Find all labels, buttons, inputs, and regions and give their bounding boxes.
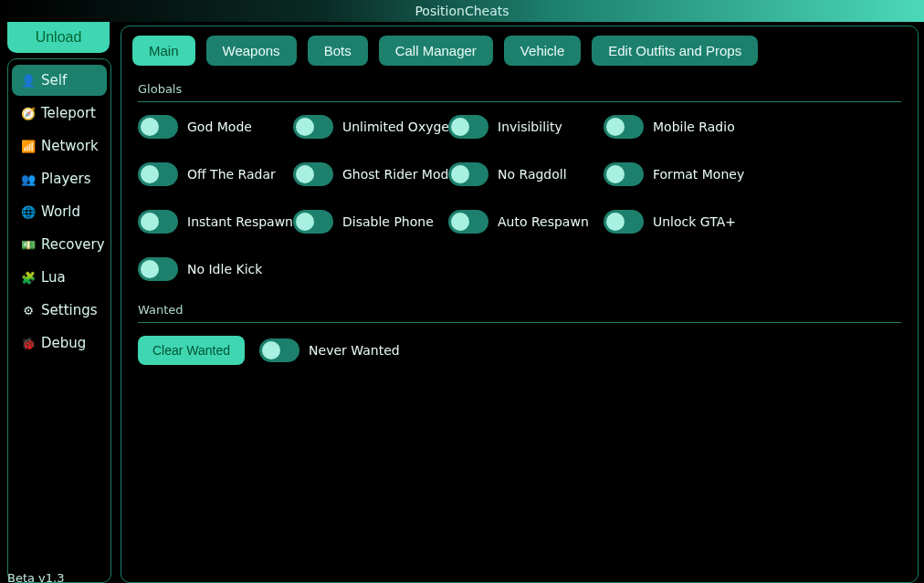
- wifi-icon: 📶: [21, 139, 36, 153]
- toggle-label-no_idle_kick: No Idle Kick: [187, 262, 262, 276]
- sidebar-item-network[interactable]: 📶Network: [12, 130, 107, 161]
- toggle-format_money[interactable]: [604, 162, 644, 186]
- toggle-item-unlock_gta_plus: Unlock GTA+: [604, 210, 759, 234]
- section-label-globals: Globals: [138, 78, 901, 98]
- sidebar-item-settings[interactable]: ⚙Settings: [12, 295, 107, 326]
- never-wanted-toggle-item: Never Wanted: [259, 338, 400, 362]
- toggle-label-unlock_gta_plus: Unlock GTA+: [653, 214, 736, 229]
- toggle-label-god_mode: God Mode: [187, 120, 252, 134]
- bug-icon: 🐞: [21, 336, 36, 350]
- toggle-label-unlimited_oxygen: Unlimited Oxygen: [342, 120, 457, 134]
- unload-button[interactable]: Unload: [7, 22, 110, 53]
- main-panel: MainWeaponsBotsCall ManagerVehicleEdit O…: [121, 26, 919, 583]
- user-icon: 👤: [21, 73, 36, 88]
- toggle-label-mobile_radio: Mobile Radio: [653, 120, 735, 134]
- toggle-item-disable_phone: Disable Phone: [293, 210, 448, 234]
- sidebar-item-recovery[interactable]: 💵Recovery: [12, 229, 107, 260]
- section-rule: [138, 322, 901, 323]
- sidebar-item-players[interactable]: 👥Players: [12, 163, 107, 194]
- globals-toggle-grid: God ModeUnlimited OxygenInvisibilityMobi…: [138, 115, 901, 281]
- toggle-disable_phone[interactable]: [293, 210, 333, 234]
- puzzle-icon: 🧩: [21, 270, 36, 285]
- toggle-label-invisibility: Invisibility: [498, 120, 562, 134]
- toggle-instant_respawn[interactable]: [138, 210, 178, 234]
- toggle-label-auto_respawn: Auto Respawn: [498, 214, 589, 229]
- toggle-item-format_money: Format Money: [604, 162, 759, 186]
- sidebar: 👤Self🧭Teleport📶Network👥Players🌐World💵Rec…: [7, 58, 111, 583]
- toggle-ghost_rider[interactable]: [293, 162, 333, 186]
- toggle-item-auto_respawn: Auto Respawn: [448, 210, 604, 234]
- gear-icon: ⚙: [21, 303, 36, 318]
- tab-bots[interactable]: Bots: [308, 36, 368, 66]
- tab-outfits[interactable]: Edit Outfits and Props: [592, 36, 758, 66]
- section-rule: [138, 101, 901, 102]
- tab-bar: MainWeaponsBotsCall ManagerVehicleEdit O…: [121, 26, 918, 73]
- toggle-off_the_radar[interactable]: [138, 162, 178, 186]
- toggle-label-disable_phone: Disable Phone: [342, 214, 434, 229]
- toggle-no_idle_kick[interactable]: [138, 257, 178, 281]
- sidebar-item-label: Debug: [41, 335, 86, 351]
- toggle-item-unlimited_oxygen: Unlimited Oxygen: [293, 115, 448, 139]
- sidebar-item-lua[interactable]: 🧩Lua: [12, 262, 107, 293]
- sidebar-item-label: Self: [41, 72, 67, 88]
- sidebar-item-self[interactable]: 👤Self: [12, 65, 107, 96]
- toggle-mobile_radio[interactable]: [604, 115, 644, 139]
- toggle-item-ghost_rider: Ghost Rider Mode: [293, 162, 448, 186]
- toggle-item-invisibility: Invisibility: [448, 115, 604, 139]
- content-scroll[interactable]: Globals God ModeUnlimited OxygenInvisibi…: [121, 73, 918, 582]
- toggle-item-god_mode: God Mode: [138, 115, 293, 139]
- globe-icon: 🌐: [21, 204, 36, 219]
- version-label: Beta v1.3: [7, 571, 64, 583]
- sidebar-item-world[interactable]: 🌐World: [12, 196, 107, 227]
- tab-main[interactable]: Main: [132, 36, 195, 66]
- cash-icon: 💵: [21, 237, 36, 252]
- tab-callmgr[interactable]: Call Manager: [379, 36, 493, 66]
- toggle-item-instant_respawn: Instant Respawn: [138, 210, 293, 234]
- sidebar-item-label: Players: [41, 171, 91, 187]
- toggle-item-no_idle_kick: No Idle Kick: [138, 257, 293, 281]
- toggle-label-off_the_radar: Off The Radar: [187, 167, 276, 182]
- toggle-unlock_gta_plus[interactable]: [604, 210, 644, 234]
- never-wanted-toggle[interactable]: [259, 338, 299, 362]
- compass-icon: 🧭: [21, 106, 36, 120]
- toggle-label-ghost_rider: Ghost Rider Mode: [342, 167, 457, 182]
- toggle-label-instant_respawn: Instant Respawn: [187, 214, 293, 229]
- sidebar-item-debug[interactable]: 🐞Debug: [12, 328, 107, 359]
- toggle-auto_respawn[interactable]: [448, 210, 488, 234]
- sidebar-item-label: Lua: [41, 269, 66, 286]
- toggle-unlimited_oxygen[interactable]: [293, 115, 333, 139]
- toggle-item-off_the_radar: Off The Radar: [138, 162, 293, 186]
- sidebar-item-label: Settings: [41, 302, 98, 318]
- toggle-label-format_money: Format Money: [653, 167, 744, 182]
- toggle-item-no_ragdoll: No Ragdoll: [448, 162, 604, 186]
- toggle-invisibility[interactable]: [448, 115, 488, 139]
- toggle-item-mobile_radio: Mobile Radio: [604, 115, 759, 139]
- app-title: PositionCheats: [415, 4, 509, 18]
- sidebar-item-label: Recovery: [41, 236, 105, 253]
- sidebar-item-label: Network: [41, 138, 99, 154]
- wanted-row: Clear Wanted Never Wanted: [138, 336, 901, 365]
- sidebar-item-label: World: [41, 203, 80, 220]
- section-label-wanted: Wanted: [138, 299, 901, 318]
- never-wanted-label: Never Wanted: [309, 343, 400, 358]
- toggle-no_ragdoll[interactable]: [448, 162, 488, 186]
- sidebar-item-label: Teleport: [41, 105, 96, 121]
- tab-vehicle[interactable]: Vehicle: [504, 36, 581, 66]
- toggle-god_mode[interactable]: [138, 115, 178, 139]
- people-icon: 👥: [21, 172, 36, 186]
- clear-wanted-button[interactable]: Clear Wanted: [138, 336, 245, 365]
- tab-weapons[interactable]: Weapons: [206, 36, 297, 66]
- toggle-label-no_ragdoll: No Ragdoll: [498, 167, 567, 182]
- title-bar: PositionCheats: [0, 0, 924, 22]
- sidebar-item-teleport[interactable]: 🧭Teleport: [12, 98, 107, 129]
